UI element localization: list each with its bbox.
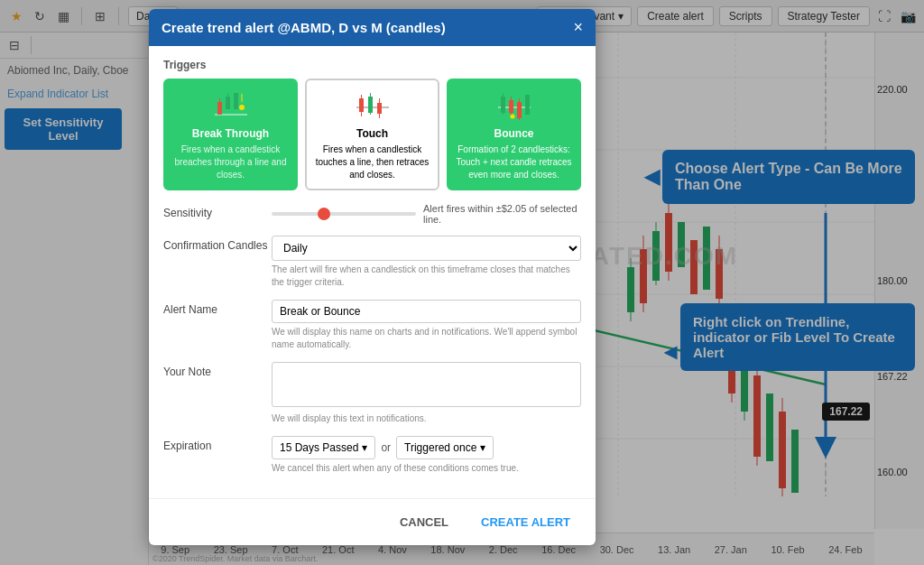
confirmation-control: Daily Weekly Monthly The alert will fire… bbox=[272, 236, 581, 289]
sensitivity-row: Sensitivity Alert fires within ±$2.05 of… bbox=[163, 203, 581, 225]
touch-title: Touch bbox=[312, 127, 432, 140]
your-note-control: We will display this text in notificatio… bbox=[272, 362, 581, 425]
your-note-input[interactable] bbox=[272, 362, 581, 407]
break-through-desc: Fires when a candlestick breaches throug… bbox=[171, 144, 291, 181]
sensitivity-slider-wrap: Alert fires within ±$2.05 of selected li… bbox=[272, 203, 581, 225]
trigger-bounce[interactable]: Bounce Formation of 2 candlesticks: Touc… bbox=[447, 79, 581, 190]
cancel-button[interactable]: CANCEL bbox=[389, 510, 459, 534]
confirmation-row: Confirmation Candles Daily Weekly Monthl… bbox=[163, 236, 581, 289]
touch-desc: Fires when a candlestick touches a line,… bbox=[312, 144, 432, 181]
modal-close-button[interactable]: × bbox=[573, 18, 583, 37]
alert-name-label: Alert Name bbox=[163, 300, 272, 316]
expiration-control: 15 Days Passed ▾ or Triggered once ▾ We … bbox=[272, 436, 581, 475]
create-alert-submit-button[interactable]: CREATE ALERT bbox=[470, 510, 581, 534]
expiration-or-label: or bbox=[381, 441, 391, 454]
sensitivity-label: Sensitivity bbox=[163, 203, 272, 219]
your-note-hint: We will display this text in notificatio… bbox=[272, 412, 581, 425]
triggers-label: Triggers bbox=[163, 59, 581, 71]
confirmation-select[interactable]: Daily Weekly Monthly bbox=[272, 236, 581, 261]
expiration-hint: We cancel this alert when any of these c… bbox=[272, 462, 581, 475]
your-note-label: Your Note bbox=[163, 362, 272, 378]
break-through-icon bbox=[171, 88, 291, 124]
bounce-icon bbox=[454, 88, 574, 124]
modal-body: Triggers Break Through bbox=[149, 46, 596, 498]
triggered-once-dropdown[interactable]: Triggered once ▾ bbox=[396, 436, 494, 459]
sensitivity-slider[interactable] bbox=[272, 212, 416, 216]
svg-rect-72 bbox=[525, 95, 530, 115]
svg-rect-55 bbox=[234, 93, 238, 109]
chevron-down-icon4: ▾ bbox=[480, 441, 485, 454]
svg-point-56 bbox=[239, 105, 245, 110]
modal-title: Create trend alert @ABMD, D vs M (candle… bbox=[162, 20, 446, 35]
expiration-days-label: 15 Days Passed bbox=[280, 441, 358, 454]
alert-name-row: Alert Name We will display this name on … bbox=[163, 300, 581, 351]
create-alert-modal: Create trend alert @ABMD, D vs M (candle… bbox=[149, 9, 596, 545]
modal-header: Create trend alert @ABMD, D vs M (candle… bbox=[149, 9, 596, 46]
expiration-days-dropdown[interactable]: 15 Days Passed ▾ bbox=[272, 436, 375, 459]
sensitivity-hint: Alert fires within ±$2.05 of selected li… bbox=[423, 203, 581, 225]
triggers-row: Break Through Fires when a candlestick b… bbox=[163, 79, 581, 190]
chevron-down-icon3: ▾ bbox=[362, 441, 367, 454]
trigger-break-through[interactable]: Break Through Fires when a candlestick b… bbox=[163, 79, 298, 190]
svg-point-73 bbox=[510, 115, 514, 119]
expiration-label: Expiration bbox=[163, 436, 272, 452]
sensitivity-control: Alert fires within ±$2.05 of selected li… bbox=[272, 203, 581, 225]
confirmation-label: Confirmation Candles bbox=[163, 236, 272, 252]
alert-name-input[interactable] bbox=[272, 300, 581, 323]
modal-footer: CANCEL CREATE ALERT bbox=[149, 498, 596, 545]
alert-name-hint: We will display this name on charts and … bbox=[272, 326, 581, 351]
touch-icon bbox=[312, 88, 432, 124]
bounce-desc: Formation of 2 candlesticks: Touch + nex… bbox=[454, 144, 574, 181]
break-through-title: Break Through bbox=[171, 127, 291, 140]
expiration-row: Expiration 15 Days Passed ▾ or Triggered… bbox=[163, 436, 581, 475]
alert-name-control: We will display this name on charts and … bbox=[272, 300, 581, 351]
triggered-once-label: Triggered once bbox=[404, 441, 476, 454]
bounce-title: Bounce bbox=[454, 127, 574, 140]
confirmation-hint: The alert will fire when a candlestick o… bbox=[272, 264, 581, 289]
your-note-row: Your Note We will display this text in n… bbox=[163, 362, 581, 425]
expiration-wrap: 15 Days Passed ▾ or Triggered once ▾ bbox=[272, 436, 581, 459]
trigger-touch[interactable]: Touch Fires when a candlestick touches a… bbox=[305, 79, 439, 190]
